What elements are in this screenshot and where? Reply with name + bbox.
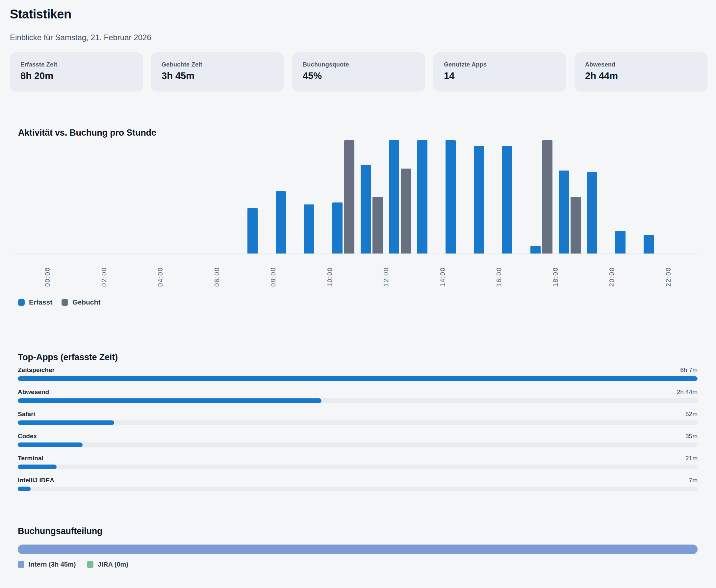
legend-label-intern: Intern (3h 45m): [29, 561, 76, 568]
app-usage-track: [18, 487, 698, 491]
card-label: Genutzte Apps: [444, 61, 487, 68]
erfasst-bar-18:00: [559, 170, 569, 253]
x-axis-label: 20:00: [608, 267, 616, 287]
legend-label-gebucht: Gebucht: [72, 298, 100, 306]
gebucht-legend-swatch: [62, 299, 68, 306]
booking-split-legend: Intern (3h 45m) JIRA (0m): [18, 561, 128, 568]
jira-legend-swatch: [87, 561, 93, 568]
x-axis-label: 14:00: [439, 267, 446, 287]
app-usage-fill: [18, 442, 83, 447]
card-label: Abwesend: [585, 61, 615, 68]
summary-card-gebuchte-zeit: Gebuchte Zeit 3h 45m: [151, 52, 284, 91]
hourly-chart-title: Aktivität vs. Buchung pro Stunde: [18, 128, 156, 138]
app-usage-fill: [18, 487, 30, 491]
erfasst-legend-swatch: [18, 299, 25, 306]
legend-item-gebucht: Gebucht: [62, 298, 100, 306]
gebucht-bar-10:00: [344, 140, 354, 253]
booking-split-segment-intern: [18, 545, 698, 554]
card-label: Buchungsquote: [303, 61, 349, 68]
gebucht-bar-18:00: [570, 197, 581, 253]
app-usage-fill: [18, 376, 698, 381]
card-value: 3h 45m: [161, 70, 194, 81]
gebucht-bar-11:00: [372, 197, 383, 253]
erfasst-bar-20:00: [615, 231, 626, 253]
app-usage-track: [18, 464, 698, 469]
card-label: Gebuchte Zeit: [161, 61, 202, 68]
app-name: Terminal: [18, 455, 43, 462]
app-row-safari: Safari52m: [0, 411, 716, 431]
x-axis-line: [13, 253, 698, 254]
summary-cards: Erfasste Zeit 8h 20m Gebuchte Zeit 3h 45…: [10, 52, 707, 91]
app-usage-fill: [18, 464, 57, 469]
erfasst-bar-16:00: [502, 146, 512, 253]
top-apps-title: Top-Apps (erfasste Zeit): [18, 352, 118, 362]
erfasst-bar-08:00: [276, 191, 286, 253]
x-axis-label: 16:00: [495, 267, 503, 287]
gebucht-bar-12:00: [401, 169, 411, 253]
page-subtitle: Einblicke für Samstag, 21. Februar 2026: [10, 33, 151, 42]
erfasst-bar-12:00: [389, 140, 399, 253]
summary-card-erfasste-zeit: Erfasste Zeit 8h 20m: [10, 52, 143, 91]
erfasst-bar-19:00: [587, 172, 597, 253]
hourly-bar-chart: 00:0002:0004:0006:0008:0010:0012:0014:00…: [0, 138, 716, 316]
app-row-codex: Codex35m: [0, 433, 716, 453]
app-row-intellij-idea: IntelliJ IDEA7m: [0, 477, 716, 497]
app-usage-track: [18, 376, 698, 381]
card-label: Erfasste Zeit: [20, 61, 57, 68]
app-usage-track: [18, 398, 698, 403]
erfasst-bar-17:00: [530, 246, 541, 253]
app-usage-track: [18, 420, 698, 425]
erfasst-bar-15:00: [474, 146, 484, 253]
app-name: Safari: [18, 411, 35, 418]
page-title: Statistiken: [10, 7, 71, 21]
app-time-value: 6h 7m: [680, 366, 698, 374]
erfasst-bar-14:00: [446, 140, 456, 253]
erfasst-bar-11:00: [361, 165, 371, 253]
card-value: 2h 44m: [585, 70, 618, 81]
x-axis-label: 02:00: [100, 267, 108, 287]
intern-legend-swatch: [18, 561, 24, 568]
erfasst-bar-13:00: [417, 140, 428, 253]
app-usage-track: [18, 442, 698, 447]
card-value: 14: [444, 70, 454, 81]
legend-item-jira: JIRA (0m): [87, 561, 128, 568]
app-name: Codex: [18, 433, 37, 440]
app-row-zeitspeicher: Zeitspeicher6h 7m: [0, 366, 716, 387]
summary-card-genutzte-apps: Genutzte Apps 14: [433, 52, 566, 91]
app-usage-fill: [18, 420, 114, 425]
x-axis-label: 18:00: [551, 267, 559, 287]
erfasst-bar-10:00: [332, 203, 343, 253]
x-axis-label: 06:00: [213, 267, 220, 287]
app-row-terminal: Terminal21m: [0, 455, 716, 475]
erfasst-bar-21:00: [644, 235, 654, 253]
app-name: IntelliJ IDEA: [18, 477, 54, 484]
legend-item-erfasst: Erfasst: [18, 298, 52, 306]
app-name: Abwesend: [18, 388, 49, 396]
summary-card-abwesend: Abwesend 2h 44m: [574, 52, 708, 91]
app-time-value: 2h 44m: [677, 388, 698, 396]
booking-split-title: Buchungsaufteilung: [18, 526, 102, 536]
x-axis-label: 10:00: [326, 267, 333, 287]
booking-split-bar: [18, 545, 698, 554]
card-value: 8h 20m: [20, 70, 53, 81]
legend-label-jira: JIRA (0m): [98, 561, 128, 568]
app-row-abwesend: Abwesend2h 44m: [0, 388, 716, 409]
app-time-value: 52m: [686, 411, 698, 418]
legend-label-erfasst: Erfasst: [29, 298, 52, 306]
gebucht-bar-17:00: [542, 140, 552, 253]
x-axis-label: 22:00: [664, 267, 672, 287]
x-axis-label: 12:00: [382, 267, 390, 287]
erfasst-bar-07:00: [247, 208, 258, 253]
app-name: Zeitspeicher: [18, 366, 55, 374]
x-axis-label: 04:00: [157, 267, 164, 287]
hourly-chart-legend: Erfasst Gebucht: [18, 298, 100, 306]
x-axis-label: 00:00: [44, 267, 51, 287]
legend-item-intern: Intern (3h 45m): [18, 561, 76, 568]
app-time-value: 7m: [689, 477, 698, 484]
erfasst-bar-09:00: [304, 205, 314, 253]
app-usage-fill: [18, 398, 322, 403]
app-time-value: 21m: [686, 455, 698, 462]
card-value: 45%: [303, 70, 322, 81]
x-axis-label: 08:00: [269, 267, 277, 287]
app-time-value: 35m: [686, 433, 698, 440]
